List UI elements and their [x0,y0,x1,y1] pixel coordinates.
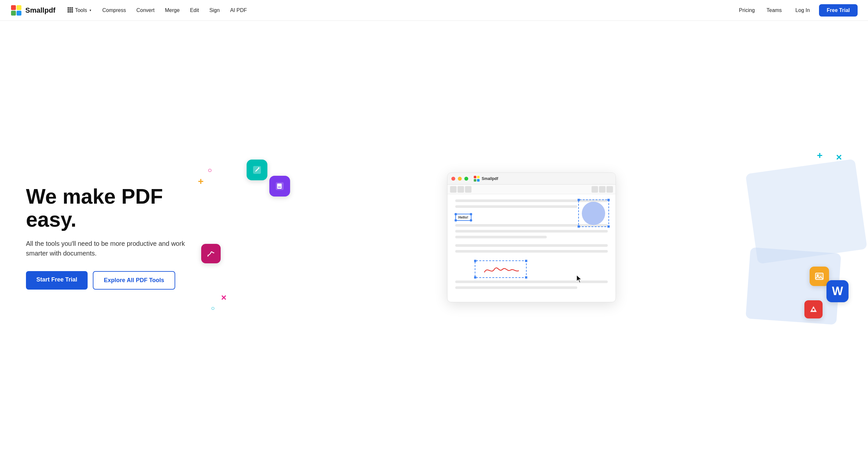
mockup-app-name: Smallpdf [482,176,498,181]
mockup-titlebar: Smallpdf [447,173,616,185]
svg-rect-10 [71,9,73,11]
hero-illustration: ○ + + ✕ ✕ ○ [195,147,848,328]
nav-edit[interactable]: Edit [186,5,204,16]
sel-handle [608,199,610,201]
svg-rect-25 [474,179,476,182]
svg-rect-6 [69,7,71,9]
deco-circle-teal: ○ [211,304,215,312]
nav-convert[interactable]: Convert [132,5,159,16]
hero-left: We make PDF easy. All the tools you'll n… [26,185,195,290]
signature-selection-box [475,260,527,278]
svg-rect-5 [67,7,69,9]
sig-handle [525,260,527,262]
svg-rect-23 [474,176,476,179]
svg-rect-9 [69,9,71,11]
handle-br [470,219,472,222]
handle-bl [455,219,457,222]
circle-selection-box [578,199,609,227]
doc-line [455,244,608,247]
tools-label: Tools [75,7,87,13]
window-min-dot [458,177,462,181]
nav-ai-pdf[interactable]: AI PDF [225,5,251,16]
toolbar-btn-redo [599,186,606,193]
mockup-app-logo: Smallpdf [473,175,498,182]
window-max-dot [464,177,468,181]
deco-plus-yellow-1: + [198,176,204,187]
mockup-logo-icon [473,175,480,182]
svg-rect-24 [477,176,479,179]
hero-section: We make PDF easy. All the tools you'll n… [0,21,868,454]
window-close-dot [452,177,455,181]
float-icon-image [810,266,829,286]
svg-rect-7 [71,7,73,9]
nav-merge[interactable]: Merge [160,5,184,16]
svg-rect-12 [69,11,71,13]
hero-subtitle: All the tools you'll need to be more pro… [26,239,195,258]
doc-line [455,205,577,208]
svg-rect-4 [17,11,22,15]
doc-line [455,250,608,253]
doc-line [455,286,577,289]
svg-rect-21 [812,309,814,311]
handle-tl [455,213,457,215]
svg-rect-26 [477,179,479,182]
deco-circle-pink: ○ [208,166,212,174]
svg-rect-2 [17,5,22,10]
toolbar-btn-2 [458,186,464,193]
handle-tr [470,213,472,215]
free-trial-button[interactable]: Free Trial [819,4,858,17]
svg-rect-3 [11,11,16,15]
tools-dropdown-button[interactable]: Tools ▾ [63,4,95,17]
pdf-editor-mockup: Smallpdf Hello! [447,172,616,302]
nav-right: Pricing Teams Log In Free Trial [734,4,858,17]
svg-rect-18 [815,273,823,280]
float-icon-acrobat [804,300,823,319]
toolbar-btn-zoom [607,186,613,193]
svg-rect-17 [278,187,281,188]
blue-circle [582,202,605,225]
signature-graphic [481,263,520,275]
svg-rect-8 [67,9,69,11]
svg-rect-13 [71,11,73,13]
hero-buttons: Start Free Trial Explore All PDF Tools [26,271,195,290]
navbar: Smallpdf Tools ▾ Compress Convert Merge … [0,0,868,21]
explore-tools-button[interactable]: Explore All PDF Tools [93,271,175,290]
sig-handle [525,276,527,279]
float-icon-sign [201,244,221,263]
nav-teams[interactable]: Teams [762,5,786,16]
logo-text: Smallpdf [25,6,56,14]
sig-handle [474,276,476,279]
login-button[interactable]: Log In [789,5,816,16]
nav-links: Compress Convert Merge Edit Sign AI PDF [98,5,734,16]
logo-icon [10,4,22,16]
deco-x-pink: ✕ [221,294,226,302]
mockup-toolbar [447,185,616,194]
nav-compress[interactable]: Compress [98,5,130,16]
grid-icon [67,7,73,14]
deco-plus-teal-1: + [817,150,823,161]
doc-line [455,230,608,232]
doc-line [455,236,547,238]
sig-handle [474,260,476,262]
doc-line [455,281,608,283]
logo-link[interactable]: Smallpdf [10,4,56,16]
float-icon-edit [247,160,268,180]
mockup-body: Hello! [447,194,616,299]
hello-text: Hello! [459,215,469,219]
hero-title: We make PDF easy. [26,185,195,231]
sel-handle [578,199,580,201]
float-icon-word: W [827,280,848,302]
nav-pricing[interactable]: Pricing [734,5,759,16]
sel-handle [608,225,610,228]
toolbar-btn-1 [450,186,457,193]
nav-sign[interactable]: Sign [205,5,224,16]
float-icon-compress [269,176,290,196]
svg-rect-1 [11,5,16,10]
chevron-down-icon: ▾ [90,8,91,12]
start-free-trial-button[interactable]: Start Free Trial [26,271,88,290]
hello-text-box: Hello! [455,214,472,221]
toolbar-btn-undo [592,186,598,193]
svg-rect-11 [67,11,69,13]
toolbar-btn-3 [465,186,471,193]
sel-handle [578,225,580,228]
